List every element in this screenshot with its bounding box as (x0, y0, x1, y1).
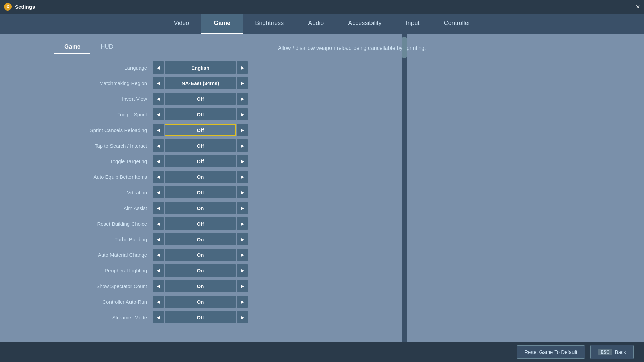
setting-label: Show Spectator Count (54, 283, 153, 289)
right-arrow-button[interactable]: ▶ (237, 217, 248, 230)
right-arrow-button[interactable]: ▶ (237, 171, 248, 183)
setting-value: Off (165, 124, 236, 136)
setting-value: On (165, 264, 236, 277)
right-arrow-button[interactable]: ▶ (237, 264, 248, 277)
description-panel: Allow / disallow weapon reload being can… (258, 34, 644, 342)
setting-control: ◀On▶ (153, 264, 248, 277)
left-arrow-button[interactable]: ◀ (153, 311, 164, 323)
right-arrow-button[interactable]: ▶ (237, 139, 248, 152)
left-arrow-button[interactable]: ◀ (153, 186, 164, 198)
left-arrow-button[interactable]: ◀ (153, 233, 164, 245)
setting-value: On (165, 233, 236, 245)
right-arrow-button[interactable]: ▶ (237, 93, 248, 105)
subtab-hud[interactable]: HUD (90, 41, 123, 54)
maximize-button[interactable]: □ (628, 4, 631, 10)
left-arrow-button[interactable]: ◀ (153, 202, 164, 214)
setting-label: Streamer Mode (54, 315, 153, 320)
setting-row: Streamer Mode◀Off▶ (54, 310, 251, 324)
setting-value: On (165, 296, 236, 308)
setting-label: Toggle Sprint (54, 112, 153, 117)
setting-label: Auto Material Change (54, 252, 153, 258)
titlebar-title: Settings (15, 4, 35, 10)
close-button[interactable]: ✕ (636, 4, 640, 10)
reset-defaults-button[interactable]: Reset Game To Default (517, 345, 585, 359)
left-arrow-button[interactable]: ◀ (153, 296, 164, 308)
right-arrow-button[interactable]: ▶ (237, 124, 248, 136)
tab-controller[interactable]: Controller (431, 14, 482, 34)
setting-value: NA-East (34ms) (165, 77, 236, 89)
titlebar-controls: — □ ✕ (619, 4, 640, 10)
subtab-game[interactable]: Game (54, 41, 90, 54)
tab-input[interactable]: Input (394, 14, 431, 34)
setting-label: Invert View (54, 96, 153, 102)
minimize-button[interactable]: — (619, 4, 624, 10)
left-arrow-button[interactable]: ◀ (153, 77, 164, 89)
setting-row: Show Spectator Count◀On▶ (54, 279, 251, 293)
left-arrow-button[interactable]: ◀ (153, 171, 164, 183)
setting-value: Off (165, 186, 236, 198)
tab-accessibility[interactable]: Accessibility (336, 14, 394, 34)
left-arrow-button[interactable]: ◀ (153, 108, 164, 120)
right-arrow-button[interactable]: ▶ (237, 280, 248, 292)
tab-brightness[interactable]: Brightness (243, 14, 296, 34)
tab-game[interactable]: Game (201, 14, 243, 34)
right-arrow-button[interactable]: ▶ (237, 202, 248, 214)
setting-label: Reset Building Choice (54, 221, 153, 227)
left-arrow-button[interactable]: ◀ (153, 264, 164, 277)
setting-row: Reset Building Choice◀Off▶ (54, 216, 251, 231)
right-arrow-button[interactable]: ▶ (237, 233, 248, 245)
setting-value: On (165, 249, 236, 261)
setting-control: ◀Off▶ (153, 93, 248, 105)
setting-control: ◀On▶ (153, 202, 248, 214)
left-arrow-button[interactable]: ◀ (153, 155, 164, 167)
left-arrow-button[interactable]: ◀ (153, 280, 164, 292)
subtabs: Game HUD (54, 41, 251, 54)
setting-row: Aim Assist◀On▶ (54, 201, 251, 215)
right-arrow-button[interactable]: ▶ (237, 108, 248, 120)
scrollbar-track[interactable] (402, 34, 407, 342)
setting-label: Tap to Search / Interact (54, 143, 153, 149)
left-arrow-button[interactable]: ◀ (153, 217, 164, 230)
left-arrow-button[interactable]: ◀ (153, 93, 164, 105)
setting-control: ◀English▶ (153, 61, 248, 74)
tab-audio[interactable]: Audio (296, 14, 336, 34)
setting-label: Auto Equip Better Items (54, 174, 153, 180)
right-arrow-button[interactable]: ▶ (237, 155, 248, 167)
setting-row: Matchmaking Region◀NA-East (34ms)▶ (54, 76, 251, 90)
setting-row: Tap to Search / Interact◀Off▶ (54, 138, 251, 153)
setting-row: Auto Equip Better Items◀On▶ (54, 170, 251, 184)
scrollbar-thumb[interactable] (402, 37, 407, 58)
setting-row: Peripheral Lighting◀On▶ (54, 263, 251, 278)
setting-control: ◀On▶ (153, 171, 248, 183)
setting-row: Toggle Targeting◀Off▶ (54, 154, 251, 168)
settings-app-icon: ⚙ (4, 3, 12, 11)
setting-value: On (165, 171, 236, 183)
setting-value: Off (165, 311, 236, 323)
left-arrow-button[interactable]: ◀ (153, 139, 164, 152)
left-arrow-button[interactable]: ◀ (153, 61, 164, 74)
setting-value: Off (165, 217, 236, 230)
setting-label: Sprint Cancels Reloading (54, 127, 153, 133)
setting-label: Toggle Targeting (54, 158, 153, 164)
left-arrow-button[interactable]: ◀ (153, 249, 164, 261)
left-arrow-button[interactable]: ◀ (153, 124, 164, 136)
setting-value: Off (165, 139, 236, 152)
setting-value: On (165, 202, 236, 214)
right-arrow-button[interactable]: ▶ (237, 249, 248, 261)
setting-control: ◀NA-East (34ms)▶ (153, 77, 248, 89)
back-button[interactable]: ESC Back (590, 345, 634, 359)
setting-control: ◀Off▶ (153, 186, 248, 198)
right-arrow-button[interactable]: ▶ (237, 296, 248, 308)
setting-label: Peripheral Lighting (54, 268, 153, 273)
right-arrow-button[interactable]: ▶ (237, 77, 248, 89)
setting-row: Invert View◀Off▶ (54, 92, 251, 106)
titlebar: ⚙ Settings — □ ✕ (0, 0, 644, 14)
right-arrow-button[interactable]: ▶ (237, 186, 248, 198)
setting-control: ◀On▶ (153, 296, 248, 308)
setting-control: ◀On▶ (153, 249, 248, 261)
right-arrow-button[interactable]: ▶ (237, 311, 248, 323)
right-arrow-button[interactable]: ▶ (237, 61, 248, 74)
tab-video[interactable]: Video (162, 14, 202, 34)
setting-control: ◀Off▶ (153, 217, 248, 230)
setting-control: ◀Off▶ (153, 155, 248, 167)
